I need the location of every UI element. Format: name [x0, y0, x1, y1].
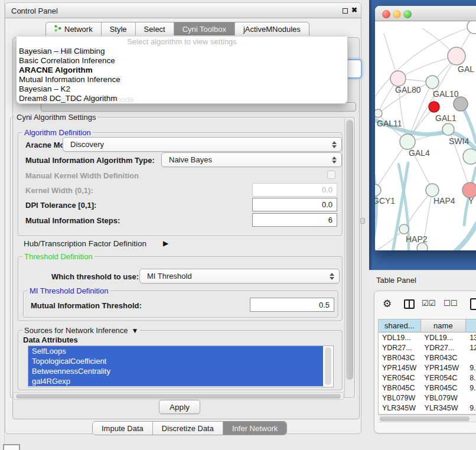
- table-cell[interactable]: 9.: [466, 363, 476, 373]
- attribute-item-selfloops[interactable]: SelfLoops: [28, 346, 323, 356]
- table-cell[interactable]: YER054C: [379, 373, 421, 383]
- mi-type-combo[interactable]: Naive Bayes: [161, 152, 342, 167]
- attribute-item-betweennesscentrality[interactable]: BetweennessCentrality: [28, 366, 323, 376]
- attribute-item-topologicalcoefficient[interactable]: TopologicalCoefficient: [28, 356, 323, 366]
- network-node[interactable]: [426, 184, 439, 197]
- hub-definition-label[interactable]: Hub/Transcription Factor Definition: [24, 239, 146, 248]
- which-threshold-value: MI Threshold: [147, 272, 192, 281]
- table-cell[interactable]: YBR045C: [421, 383, 467, 393]
- table-row[interactable]: YER054CYER054C8.: [379, 373, 476, 383]
- table-row[interactable]: YBL079WYBL079W: [379, 393, 476, 403]
- mi-steps-field[interactable]: 6: [252, 213, 337, 227]
- column-header-shared-[interactable]: shared...: [379, 319, 421, 332]
- collapse-arrow-icon[interactable]: ▼: [132, 327, 139, 335]
- apply-button[interactable]: Apply: [159, 400, 200, 414]
- tab-select[interactable]: Select: [136, 22, 174, 35]
- tab-cyni-toolbox[interactable]: Cyni Toolbox: [174, 22, 235, 35]
- network-node[interactable]: [426, 76, 439, 89]
- deselect-all-icon[interactable]: ☐☐: [444, 299, 457, 308]
- columns-icon[interactable]: [404, 299, 415, 309]
- panel-splitter-grip[interactable]: [360, 218, 365, 224]
- data-attributes-label: Data Attributes: [23, 335, 78, 344]
- table-row[interactable]: YBR043CYBR043C: [379, 353, 476, 363]
- network-node[interactable]: [390, 71, 406, 86]
- table-cell[interactable]: YBR043C: [379, 353, 421, 363]
- network-canvas[interactable]: GALGAL80GAL10GAL11GAL1SWI4GAL4GCY1HAP4YH…: [375, 21, 476, 250]
- table-cell[interactable]: 9.: [466, 403, 476, 413]
- attribute-item-gal4rgexp[interactable]: gal4RGexp: [28, 376, 323, 386]
- gear-icon[interactable]: ⚙: [383, 298, 392, 310]
- table-row[interactable]: YDL19...YDL19...13: [379, 332, 476, 343]
- table-cell[interactable]: 13: [466, 332, 476, 343]
- tab-infer-network[interactable]: Infer Network: [223, 422, 286, 435]
- table-cell[interactable]: YPR145W: [379, 363, 421, 373]
- dropdown-item-basic-correlation-inference[interactable]: Basic Correlation Inference: [19, 56, 345, 66]
- tab-discretize-data[interactable]: Discretize Data: [153, 422, 223, 435]
- table-horizontal-scrollbar-thumb[interactable]: [380, 416, 470, 421]
- dropdown-item-mutual-information-inference[interactable]: Mutual Information Inference: [19, 75, 345, 84]
- mi-threshold-group: MI Threshold Definition Mutual Informati…: [23, 291, 338, 318]
- table-cell[interactable]: 9.: [466, 383, 476, 393]
- ghost-group-title: Inference Algorithm: [22, 48, 89, 57]
- dpi-tolerance-field[interactable]: 0.0: [252, 198, 337, 211]
- table-cell[interactable]: 8.: [466, 373, 476, 383]
- table-row[interactable]: YPR145WYPR145W9.: [379, 363, 476, 373]
- table-cell[interactable]: YDR27...: [421, 343, 467, 353]
- table-cell[interactable]: YLR345W: [379, 403, 421, 413]
- settings-horizontal-scrollbar-thumb[interactable]: [16, 394, 341, 399]
- sources-title[interactable]: Sources for Network Inference: [24, 326, 128, 335]
- column-header-2[interactable]: [466, 319, 476, 332]
- table-cell[interactable]: YDR27...: [379, 343, 421, 353]
- column-header-name[interactable]: name: [421, 319, 467, 332]
- network-node[interactable]: [463, 149, 476, 164]
- table-row[interactable]: YDR27...YDR27...12: [379, 343, 476, 353]
- table-row[interactable]: YBR045CYBR045C9.: [379, 383, 476, 393]
- table-cell[interactable]: YBL079W: [379, 393, 421, 403]
- expand-arrow-icon[interactable]: ▶: [163, 239, 168, 247]
- settings-vertical-scrollbar-thumb[interactable]: [346, 120, 353, 380]
- tab-impute-data[interactable]: Impute Data: [93, 422, 153, 435]
- float-window-icon[interactable]: [343, 8, 348, 14]
- network-node[interactable]: [375, 184, 381, 196]
- tab-style[interactable]: Style: [102, 22, 136, 35]
- tab-jactivemnodules[interactable]: jActiveMNodules: [235, 22, 309, 35]
- minimize-traffic-light[interactable]: [393, 10, 401, 18]
- table-cell[interactable]: YPR145W: [421, 363, 467, 373]
- aracne-mode-combo[interactable]: Discovery: [63, 137, 342, 152]
- table-cell[interactable]: 12: [466, 343, 476, 353]
- network-node[interactable]: [454, 97, 468, 111]
- network-node[interactable]: [399, 224, 409, 234]
- dropdown-item-aracne-algorithm[interactable]: ARACNE Algorithm: [19, 66, 345, 75]
- function-icon[interactable]: [470, 298, 476, 310]
- network-node[interactable]: [448, 47, 465, 65]
- zoom-traffic-light[interactable]: [403, 10, 412, 18]
- table-cell[interactable]: YDL19...: [379, 332, 421, 343]
- network-node[interactable]: [400, 134, 415, 149]
- select-all-icon[interactable]: ☑☑: [422, 299, 435, 308]
- table-cell[interactable]: YLR345W: [421, 403, 467, 413]
- which-threshold-combo[interactable]: MI Threshold: [139, 269, 340, 283]
- table-cell[interactable]: YBR045C: [379, 383, 421, 393]
- mi-threshold-field[interactable]: 0.5: [250, 298, 334, 312]
- table-row[interactable]: YLR345WYLR345W9.: [379, 403, 476, 413]
- table-cell[interactable]: YBL079W: [421, 393, 467, 403]
- tab-network[interactable]: Network: [46, 22, 102, 35]
- table-cell[interactable]: YBR043C: [421, 353, 467, 363]
- close-traffic-light[interactable]: [382, 10, 390, 18]
- table-cell[interactable]: YER054C: [421, 373, 467, 383]
- attributes-scrollbar-thumb[interactable]: [325, 347, 331, 385]
- close-icon[interactable]: ✖: [351, 6, 357, 14]
- dropdown-item-bayesian-k2[interactable]: Bayesian – K2: [19, 84, 345, 94]
- settings-horizontal-scrollbar[interactable]: [13, 392, 344, 400]
- network-node[interactable]: [429, 102, 439, 112]
- table-cell[interactable]: [466, 353, 476, 363]
- table-horizontal-scrollbar[interactable]: [378, 415, 476, 422]
- network-node[interactable]: [467, 21, 476, 34]
- table-cell[interactable]: YDL19...: [421, 332, 467, 343]
- network-node[interactable]: [375, 109, 382, 118]
- table-cell[interactable]: [466, 393, 476, 403]
- settings-vertical-scrollbar[interactable]: [344, 119, 353, 397]
- network-node[interactable]: [442, 123, 454, 135]
- table-panel-titlebar: Table Panel: [369, 270, 476, 289]
- sources-title-wrap: Sources for Network Inference ▼: [22, 326, 140, 335]
